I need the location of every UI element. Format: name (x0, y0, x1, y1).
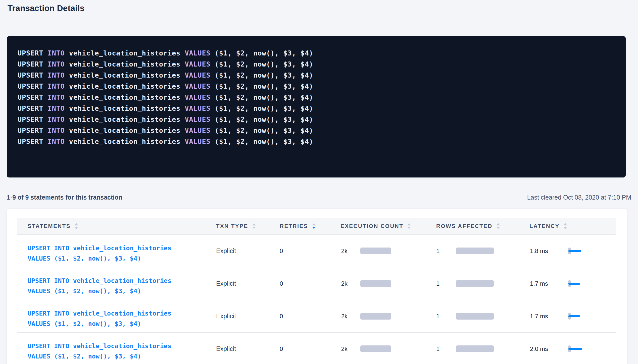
execution-count-bar (360, 313, 391, 320)
latency-bar (568, 315, 580, 317)
sql-text: UPSERT (18, 93, 47, 101)
execution-count-value: 2k (340, 248, 348, 255)
sql-statement-line: UPSERT INTO vehicle_location_histories V… (18, 48, 616, 59)
statement-cell: UPSERT INTO vehicle_location_historiesVA… (17, 300, 216, 332)
column-header-rows-affected[interactable]: ROWS AFFECTED (436, 218, 529, 234)
execution-count-bar (360, 248, 391, 254)
sql-keyword: INTO (47, 71, 65, 79)
retries-value: 0 (280, 345, 283, 352)
sort-icons (407, 223, 411, 229)
sql-text: ($1, $2, now(), $3, $4) (211, 49, 313, 57)
sql-statement-line: UPSERT INTO vehicle_location_histories V… (18, 125, 616, 136)
latency-value: 2.0 ms (529, 345, 548, 352)
sort-icons (564, 223, 567, 229)
column-header-retries[interactable]: RETRIES (280, 218, 340, 234)
sort-desc-icon (407, 227, 411, 229)
sql-statements-box: UPSERT INTO vehicle_location_histories V… (7, 36, 626, 177)
sql-text: UPSERT (18, 82, 47, 90)
column-header-label: EXECUTION COUNT (340, 223, 403, 229)
sql-keyword: INTO (47, 60, 65, 68)
last-cleared-text: Last cleared Oct 08, 2020 at 7:10 PM (527, 194, 631, 201)
latency-cell: 1.7 ms (529, 313, 616, 320)
sql-text: ($1, $2, now(), $3, $4) (211, 60, 313, 68)
sql-text: vehicle_location_histories (65, 115, 185, 123)
sql-keyword: VALUES (185, 49, 210, 57)
sql-keyword: VALUES (185, 104, 210, 112)
execution-count-cell: 2k (340, 345, 436, 352)
sql-text: UPSERT (18, 104, 47, 112)
statement-link[interactable]: UPSERT INTO vehicle_location_historiesVA… (28, 308, 171, 329)
sql-statement-line: UPSERT INTO vehicle_location_histories V… (18, 136, 616, 147)
sql-text: ($1, $2, now(), $3, $4) (211, 82, 313, 90)
sql-keyword: INTO (47, 138, 65, 145)
sql-text: UPSERT (18, 60, 47, 68)
table-caption-row: 1-9 of 9 statements for this transaction… (7, 194, 631, 201)
sort-icons (497, 223, 500, 229)
execution-count-bar (360, 345, 391, 352)
retries-value: 0 (280, 280, 283, 287)
latency-chart (568, 313, 586, 320)
sort-asc-icon (407, 223, 411, 225)
sql-statement-line: UPSERT INTO vehicle_location_histories V… (18, 92, 616, 103)
rows-affected-value: 1 (436, 345, 439, 352)
latency-bar (568, 348, 582, 350)
sql-keyword: VALUES (185, 60, 210, 68)
sql-statement-line: UPSERT INTO vehicle_location_histories V… (18, 81, 616, 92)
sql-text: UPSERT (18, 138, 47, 145)
rows-affected-cell: 1 (436, 313, 529, 320)
sql-text: vehicle_location_histories (65, 60, 185, 68)
sql-statement-line: UPSERT INTO vehicle_location_histories V… (18, 70, 616, 81)
table-row: UPSERT INTO vehicle_location_historiesVA… (17, 235, 616, 267)
latency-value: 1.7 ms (529, 280, 548, 287)
column-header-txn-type[interactable]: TXN TYPE (216, 218, 280, 234)
rows-affected-cell: 1 (436, 345, 529, 352)
sql-keyword: INTO (47, 93, 65, 101)
sql-text: ($1, $2, now(), $3, $4) (211, 104, 313, 112)
sql-text: vehicle_location_histories (65, 82, 185, 90)
txn-type-value: Explicit (216, 313, 236, 320)
statements-range-text: 1-9 of 9 statements for this transaction (7, 194, 122, 201)
sql-statement-line: UPSERT INTO vehicle_location_histories V… (18, 114, 616, 125)
execution-count-value: 2k (340, 345, 348, 352)
sql-keyword: INTO (47, 104, 65, 112)
sql-keyword: VALUES (185, 71, 210, 79)
sql-text: UPSERT (18, 127, 47, 134)
column-header-label: STATEMENTS (28, 223, 71, 229)
sql-keyword: INTO (47, 82, 65, 90)
sql-text: vehicle_location_histories (65, 104, 185, 112)
table-row: UPSERT INTO vehicle_location_historiesVA… (17, 267, 616, 300)
txn-type-value: Explicit (216, 345, 236, 352)
rows-affected-bar (456, 313, 494, 320)
rows-affected-value: 1 (436, 248, 439, 255)
statement-link[interactable]: UPSERT INTO vehicle_location_historiesVA… (28, 341, 171, 361)
sort-desc-icon (75, 227, 78, 229)
table-header-row: STATEMENTSTXN TYPERETRIESEXECUTION COUNT… (17, 218, 616, 235)
statement-link[interactable]: UPSERT INTO vehicle_location_historiesVA… (28, 243, 171, 264)
txn-type-cell: Explicit (216, 345, 280, 352)
sql-text: ($1, $2, now(), $3, $4) (211, 138, 313, 145)
rows-affected-value: 1 (436, 280, 439, 287)
sort-asc-icon (312, 223, 316, 225)
latency-cell: 1.8 ms (529, 248, 616, 255)
column-header-execution-count[interactable]: EXECUTION COUNT (340, 218, 436, 234)
rows-affected-bar (456, 248, 494, 254)
statement-cell: UPSERT INTO vehicle_location_historiesVA… (17, 235, 216, 267)
retries-cell: 0 (280, 345, 340, 352)
column-header-statements[interactable]: STATEMENTS (17, 218, 216, 234)
sort-desc-icon (312, 227, 316, 229)
statement-link[interactable]: UPSERT INTO vehicle_location_historiesVA… (28, 276, 171, 296)
txn-type-cell: Explicit (216, 247, 280, 255)
sql-keyword: INTO (47, 127, 65, 134)
sort-icons (252, 223, 256, 229)
latency-chart (568, 280, 586, 287)
page-title: Transaction Details (8, 4, 84, 13)
column-header-latency[interactable]: LATENCY (529, 218, 616, 234)
sort-desc-icon (564, 227, 567, 229)
txn-type-value: Explicit (216, 247, 236, 255)
sort-desc-icon (252, 227, 256, 229)
statement-cell: UPSERT INTO vehicle_location_historiesVA… (17, 267, 216, 300)
latency-cell: 1.7 ms (529, 280, 616, 287)
sort-desc-icon (497, 227, 500, 229)
sql-keyword: VALUES (185, 138, 210, 145)
sql-text: vehicle_location_histories (65, 93, 185, 101)
